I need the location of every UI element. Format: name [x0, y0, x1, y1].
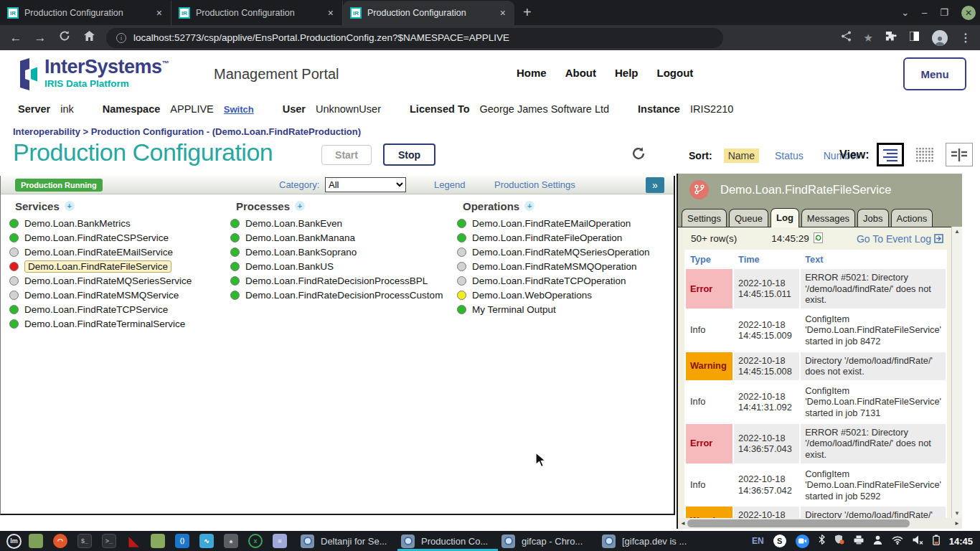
header-link[interactable]: About [565, 67, 596, 79]
service-item[interactable]: Demo.Loan.FindRateMSMQService [9, 288, 222, 302]
panel-tab[interactable]: Queue [729, 209, 768, 227]
service-item[interactable]: Demo.Loan.FindRateEMailService [9, 245, 222, 259]
battery-icon[interactable] [933, 534, 940, 548]
item-name[interactable]: Demo.Loan.FindRateMSMQOperation [472, 261, 637, 272]
zoom-tray-icon[interactable] [796, 534, 809, 548]
sort-option[interactable]: Name [724, 149, 759, 163]
browser-tab[interactable]: IR Production Configuration × [343, 1, 514, 25]
header-link[interactable]: Help [615, 67, 639, 79]
service-item[interactable]: Demo.Loan.FindRateMQSeriesService [9, 273, 222, 288]
taskbar-window-button[interactable]: Deltanji for Se... [297, 531, 397, 551]
panel-tab[interactable]: Log [771, 208, 799, 227]
item-name[interactable]: Demo.Loan.FindRateTerminalService [24, 319, 185, 329]
share-icon[interactable] [841, 31, 852, 44]
operation-item[interactable]: Demo.Loan.FindRateEMailOperation [457, 216, 667, 230]
log-row[interactable]: Info 2022-10-1814:41:31.092 ConfigItem '… [686, 382, 946, 422]
item-name[interactable]: Demo.Loan.FindRateMQSeriesOperation [472, 247, 650, 258]
process-item[interactable]: Demo.Loan.BankEven [230, 216, 448, 230]
back-icon[interactable]: ← [9, 31, 23, 45]
system-monitor-app-icon[interactable]: ∿ [199, 534, 214, 548]
tab-search-chevron-icon[interactable]: ⌄ [901, 7, 909, 18]
panel-tab[interactable]: Jobs [857, 209, 888, 227]
item-name[interactable]: Demo.Loan.FindRateCSPService [24, 232, 169, 243]
volume-muted-icon[interactable] [913, 534, 923, 547]
item-name[interactable]: Demo.Loan.FindRateFileOperation [472, 232, 622, 243]
restore-icon[interactable]: ❐ [940, 7, 948, 18]
user-tray-icon[interactable] [873, 534, 882, 547]
log-refresh-icon[interactable] [814, 232, 823, 245]
tab-close-icon[interactable]: × [155, 7, 164, 19]
vertical-scrollbar[interactable]: ▲▼ [951, 227, 962, 518]
horizontal-scrollbar[interactable]: ◄► [678, 518, 962, 529]
log-col-type[interactable]: Type [686, 252, 732, 267]
taskbar-window-button[interactable]: [gifcap.dev is ... [598, 531, 699, 551]
header-link[interactable]: Logout [657, 67, 694, 79]
item-name[interactable]: Demo.Loan.FindRateTCPService [24, 304, 168, 315]
printer-icon[interactable] [854, 534, 864, 547]
folder-app-icon[interactable] [151, 534, 165, 548]
item-name[interactable]: Demo.Loan.FindRateDecisionProcessBPL [245, 276, 428, 286]
sort-option[interactable]: Status [771, 149, 808, 163]
scrollbar-thumb[interactable] [687, 519, 910, 527]
calculator-app-icon[interactable]: ± [224, 534, 238, 548]
bookmark-star-icon[interactable]: ★ [864, 32, 873, 44]
close-window-icon[interactable]: ✕ [961, 6, 976, 20]
tab-close-icon[interactable]: × [499, 7, 507, 19]
scroll-up-icon[interactable]: ▲ [954, 228, 960, 235]
browser-tab[interactable]: IR Production Configuration × [0, 1, 171, 25]
terminal2-app-icon[interactable]: >_ [102, 534, 116, 548]
log-row[interactable]: Warning 2022-10-1814:36:57.041 Directory… [686, 507, 946, 518]
process-item[interactable]: Demo.Loan.BankManana [230, 230, 448, 245]
extensions-puzzle-icon[interactable] [885, 31, 897, 45]
forward-icon[interactable]: → [33, 31, 47, 45]
site-info-icon[interactable]: i [116, 33, 126, 43]
expand-panel-button[interactable]: » [646, 177, 664, 193]
stop-button[interactable]: Stop [383, 143, 435, 166]
spreadsheet-app-icon[interactable]: x [248, 534, 263, 548]
item-name[interactable]: Demo.Loan.FindRateDecisionProcessCustom [245, 290, 443, 301]
reload-icon[interactable] [57, 30, 72, 45]
item-name[interactable]: Demo.Loan.FindRateMQSeriesService [24, 276, 192, 286]
panel-tab[interactable]: Actions [891, 209, 933, 227]
item-name[interactable]: Demo.Loan.FindRateFileService [24, 260, 171, 273]
service-item[interactable]: Demo.Loan.FindRateFileService [9, 259, 222, 273]
profile-avatar[interactable] [932, 30, 948, 46]
item-name[interactable]: Demo.Loan.BankSoprano [245, 247, 357, 258]
item-name[interactable]: Demo.Loan.FindRateTCPOperation [472, 276, 626, 286]
home-icon[interactable] [82, 30, 96, 45]
log-row[interactable]: Info 2022-10-1814:45:15.009 ConfigItem '… [686, 311, 946, 350]
operation-item[interactable]: Demo.Loan.FindRateTCPOperation [457, 273, 667, 288]
header-link[interactable]: Home [517, 67, 547, 79]
item-name[interactable]: Demo.Loan.BankMetrics [24, 218, 131, 229]
tab-close-icon[interactable]: × [326, 7, 335, 19]
red-app-icon[interactable]: ◣ [126, 534, 141, 548]
firefox-app-icon[interactable]: ◠ [53, 534, 67, 548]
legend-link[interactable]: Legend [434, 179, 465, 190]
refresh-icon[interactable] [631, 146, 646, 164]
category-select[interactable]: All [325, 177, 406, 192]
taskbar-window-button[interactable]: gifcap - Chro... [498, 531, 598, 551]
skype-tray-icon[interactable]: S [773, 534, 786, 547]
item-name[interactable]: Demo.Loan.BankManana [245, 232, 355, 243]
new-tab-button[interactable]: + [514, 4, 540, 25]
menu-button[interactable]: Menu [903, 57, 966, 90]
operation-item[interactable]: Demo.Loan.FindRateMSMQOperation [457, 259, 667, 273]
browser-tab[interactable]: IR Production Configuration × [171, 1, 343, 25]
browser-menu-kebab-icon[interactable]: ⋮ [960, 31, 971, 44]
log-col-time[interactable]: Time [734, 252, 799, 267]
service-item[interactable]: Demo.Loan.BankMetrics [9, 216, 222, 230]
mint-menu-icon[interactable]: lm [6, 534, 22, 549]
item-name[interactable]: Demo.Loan.FindRateEMailService [24, 247, 173, 258]
log-row[interactable]: Error 2022-10-1814:36:57.043 ERROR #5021… [686, 424, 946, 463]
taskbar-window-button[interactable]: Production Co... [397, 531, 498, 551]
operation-item[interactable]: Demo.Loan.WebOperations [457, 288, 667, 302]
service-item[interactable]: Demo.Loan.FindRateTCPService [9, 302, 222, 316]
security-shield-icon[interactable] [834, 534, 844, 547]
add-process-icon[interactable]: + [295, 201, 305, 211]
view-split-button[interactable] [946, 143, 973, 166]
panel-tab[interactable]: Messages [801, 209, 855, 227]
process-item[interactable]: Demo.Loan.BankSoprano [230, 245, 448, 259]
language-indicator[interactable]: EN [752, 536, 764, 546]
panel-tab[interactable]: Settings [682, 209, 727, 227]
operation-item[interactable]: My Terminal Output [457, 302, 667, 316]
